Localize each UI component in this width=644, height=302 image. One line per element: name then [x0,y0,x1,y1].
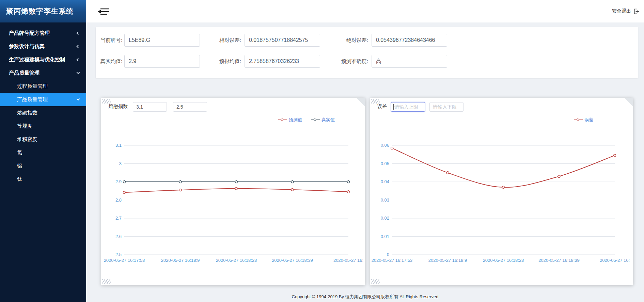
error-legend: 误差 [574,117,593,123]
summary-field-label: 真实均值: [100,58,124,65]
summary-field-label: 预报均值: [211,58,245,65]
sidebar-header: 聚丙烯数字孪生系统 [0,0,86,22]
topbar: 安全退出 [86,0,644,22]
error-chart: 00.010.020.030.040.050.062020-05-27 16:1… [370,98,633,285]
chevron-down-icon [77,71,80,74]
sidebar-item-11[interactable]: 钛 [0,173,86,186]
svg-text:2.8: 2.8 [115,197,122,203]
chevron-left-icon [77,58,80,62]
logout-icon [633,9,639,14]
svg-text:2020-05-27 16:17:53: 2020-05-27 16:17:53 [104,258,145,263]
sidebar-item-1[interactable]: 参数设计与仿真 [0,40,86,53]
sidebar-item-label: 生产过程建模与优化控制 [9,57,65,63]
sidebar-item-8[interactable]: 堆积密度 [0,133,86,146]
legend-line-marker-icon [311,118,320,122]
legend-label: 预测值 [289,117,302,123]
sidebar: 聚丙烯数字孪生系统 产品牌号配方管理参数设计与仿真生产过程建模与优化控制产品质量… [0,0,86,302]
melt-index-lower-limit-input[interactable] [173,102,207,112]
svg-text:2020-05-27 16:: 2020-05-27 16: [333,258,363,263]
svg-text:0.03: 0.03 [381,197,389,203]
copyright-footer: Copyright © 1994-2019 By 恒力集团有限公司版权所有 Al… [86,294,644,300]
summary-field-label: 当前牌号: [100,37,124,44]
legend-label: 真实值 [321,117,335,123]
summary-field-input-2[interactable] [372,34,447,47]
svg-text:0.04: 0.04 [381,179,389,184]
sidebar-item-label: 产品牌号配方管理 [9,30,50,36]
summary-field-input-3[interactable] [124,55,200,68]
svg-text:0.02: 0.02 [381,216,389,221]
svg-text:2.7: 2.7 [115,216,122,221]
svg-text:0.01: 0.01 [381,234,389,239]
sidebar-item-label: 过程质量管理 [17,83,48,90]
legend-line-marker-icon [278,118,287,122]
summary-field-2: 绝对误差: [334,34,447,47]
sidebar-item-label: 等规度 [17,123,32,129]
svg-text:2020-05-27 16:: 2020-05-27 16: [600,258,630,263]
legend-item-预测值[interactable]: 预测值 [278,117,302,123]
svg-text:3: 3 [119,161,122,166]
svg-text:2020-05-27 16:18:9: 2020-05-27 16:18:9 [161,258,200,263]
summary-field-4: 预报均值: [211,55,320,68]
summary-field-input-1[interactable] [245,34,320,47]
summary-field-label: 绝对误差: [334,37,372,44]
sidebar-item-3[interactable]: 产品质量管理 [0,66,86,80]
error-chart-title: 误差 [377,104,387,110]
svg-text:0.06: 0.06 [381,143,389,148]
svg-text:2020-05-27 16:18:23: 2020-05-27 16:18:23 [216,258,257,263]
svg-text:2020-05-27 16:18:9: 2020-05-27 16:18:9 [428,258,467,263]
sidebar-item-4[interactable]: 过程质量管理 [0,80,86,93]
main-content: 当前牌号:相对误差:绝对误差:真实均值:预报均值:预测准确度: 2.52.62.… [86,22,644,302]
legend-line-marker-icon [574,118,583,122]
melt-index-chart-title: 熔融指数 [109,104,128,110]
sidebar-item-0[interactable]: 产品牌号配方管理 [0,27,86,40]
chevron-left-icon [77,45,80,48]
sidebar-menu: 产品牌号配方管理参数设计与仿真生产过程建模与优化控制产品质量管理过程质量管理产品… [0,22,86,186]
sidebar-item-label: 铝 [17,163,22,169]
corner-hatch-decoration [102,279,111,284]
corner-fold-decoration [624,98,633,107]
summary-field-label: 预测准确度: [334,58,372,65]
logout-button[interactable]: 安全退出 [612,0,639,22]
sidebar-item-9[interactable]: 氯 [0,146,86,159]
collapse-sidebar-button[interactable] [96,7,111,16]
corner-fold-decoration [356,98,365,107]
melt-index-chart: 2.52.62.72.82.933.12020-05-27 16:17:5320… [101,98,365,285]
legend-item-真实值[interactable]: 真实值 [311,117,335,123]
svg-text:0: 0 [387,252,389,257]
text-caret [393,104,394,110]
svg-text:2.5: 2.5 [115,252,122,257]
sidebar-item-label: 氯 [17,149,22,156]
legend-item-误差[interactable]: 误差 [574,117,593,123]
corner-hatch-decoration [371,99,380,104]
summary-field-input-5[interactable] [372,55,447,68]
svg-text:2.9: 2.9 [115,179,122,184]
summary-field-3: 真实均值: [100,55,200,68]
svg-text:0.05: 0.05 [381,161,389,166]
error-upper-limit-input[interactable] [391,102,425,112]
error-lower-limit-input[interactable] [429,102,464,112]
svg-text:3.1: 3.1 [115,143,122,148]
sidebar-item-label: 钛 [17,176,22,182]
sidebar-item-6[interactable]: 熔融指数 [0,106,86,120]
sidebar-item-label: 熔融指数 [17,110,37,116]
sidebar-item-7[interactable]: 等规度 [0,120,86,133]
melt-index-upper-limit-input[interactable] [133,102,167,112]
summary-field-input-0[interactable] [124,34,200,47]
summary-field-input-4[interactable] [245,55,320,68]
collapse-menu-icon [96,7,111,16]
app-title: 聚丙烯数字孪生系统 [6,6,74,16]
corner-hatch-decoration [371,279,380,284]
sidebar-item-5[interactable]: 产品质量管理 [0,93,86,106]
melt-index-legend: 预测值真实值 [278,117,335,123]
summary-card: 当前牌号:相对误差:绝对误差:真实均值:预报均值:预测准确度: [96,27,638,78]
chevron-down-icon [77,97,80,101]
summary-field-1: 相对误差: [211,34,320,47]
sidebar-item-label: 产品质量管理 [17,96,48,103]
sidebar-item-2[interactable]: 生产过程建模与优化控制 [0,53,86,66]
sidebar-item-10[interactable]: 铝 [0,159,86,173]
corner-hatch-decoration [102,99,111,104]
summary-field-5: 预测准确度: [334,55,447,68]
melt-index-chart-card: 2.52.62.72.82.933.12020-05-27 16:17:5320… [101,98,365,285]
error-chart-card: 00.010.020.030.040.050.062020-05-27 16:1… [370,98,633,285]
logout-label: 安全退出 [612,8,631,14]
